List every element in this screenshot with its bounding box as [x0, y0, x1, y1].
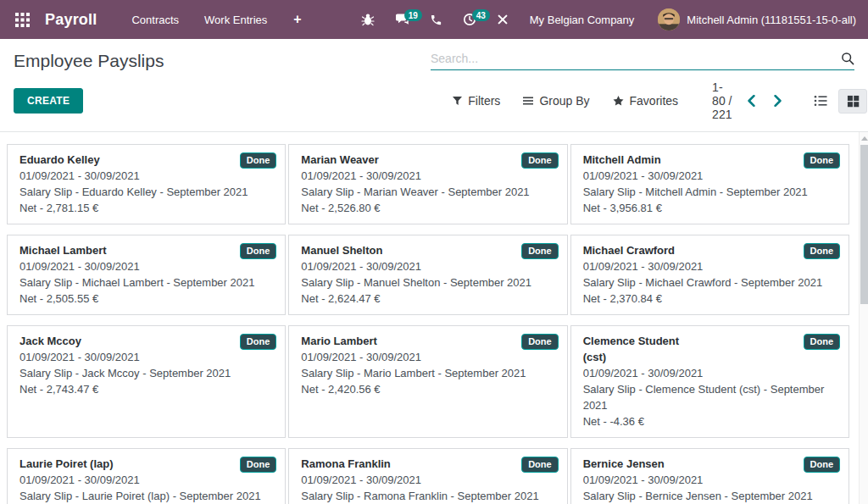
list-view-button[interactable] [806, 89, 835, 114]
phone-button[interactable] [422, 8, 450, 31]
payslip-card[interactable]: Ramona Franklin Done 01/09/2021 - 30/09/… [288, 448, 567, 504]
payslip-card[interactable]: Mario Lambert Done 01/09/2021 - 30/09/20… [288, 325, 567, 438]
payslip-card[interactable]: Mitchell Admin Done 01/09/2021 - 30/09/2… [570, 144, 849, 224]
payslip-card[interactable]: Eduardo Kelley Done 01/09/2021 - 30/09/2… [7, 144, 286, 224]
payslip-card[interactable]: Jack Mccoy Done 01/09/2021 - 30/09/2021 … [7, 325, 286, 438]
payslip-subject: Salary Slip - Clemence Student (cst) - S… [583, 381, 837, 413]
company-switcher[interactable]: My Belgian Company [516, 14, 652, 26]
search-box [431, 50, 854, 70]
view-switcher [806, 89, 868, 114]
status-badge: Done [240, 457, 277, 473]
status-badge: Done [521, 457, 559, 473]
payslip-subject: Salary Slip - Laurie Poiret (lap) - Sept… [19, 488, 273, 504]
status-badge: Done [240, 334, 277, 350]
status-badge: Done [240, 152, 277, 169]
payslip-period: 01/09/2021 - 30/09/2021 [19, 472, 273, 488]
search-icon[interactable] [841, 52, 854, 65]
kanban-view-button[interactable] [838, 89, 867, 114]
activities-count-badge: 43 [472, 9, 490, 21]
search-options: Filters Group By Favorites [453, 94, 678, 108]
pager-next-icon[interactable] [771, 93, 784, 108]
favorites-label: Favorites [630, 94, 679, 108]
payslip-employee-name: Bernice Jensen [583, 456, 837, 472]
payslip-employee-name: Clemence Student (cst) [583, 333, 837, 365]
payslip-employee-name: Marian Weaver [301, 152, 554, 168]
user-avatar [658, 8, 680, 30]
pager: 1-80 / 221 [712, 80, 784, 121]
payslip-net: Net - 2,743.47 € [19, 381, 273, 397]
payslip-card[interactable]: Marian Weaver Done 01/09/2021 - 30/09/20… [288, 144, 567, 224]
payslip-subject: Salary Slip - Michael Crawford - Septemb… [583, 274, 837, 291]
payslip-period: 01/09/2021 - 30/09/2021 [19, 168, 273, 184]
messages-count-badge: 19 [404, 9, 422, 21]
payslip-net: Net - 3,956.81 € [583, 200, 837, 216]
payslip-net: Net - 2,370.84 € [583, 291, 837, 307]
user-menu[interactable]: Mitchell Admin (11181551-15-0-all) [651, 8, 856, 30]
debug-bug-button[interactable] [353, 8, 382, 31]
payslip-period: 01/09/2021 - 30/09/2021 [301, 168, 554, 184]
payslip-card[interactable]: Michael Lambert Done 01/09/2021 - 30/09/… [7, 235, 286, 315]
scrollbar-up-arrow-icon[interactable] [860, 135, 868, 142]
payslip-card[interactable]: Bernice Jensen Done 01/09/2021 - 30/09/2… [570, 448, 849, 504]
payslip-period: 01/09/2021 - 30/09/2021 [19, 349, 273, 365]
status-badge: Done [240, 243, 277, 259]
scrollbar-thumb[interactable] [860, 145, 868, 304]
payslip-net: Net - 2,505.55 € [19, 291, 273, 307]
nav-item-contracts[interactable]: Contracts [119, 2, 192, 38]
payslip-period: 01/09/2021 - 30/09/2021 [583, 168, 837, 184]
payslip-employee-name: Eduardo Kelley [19, 152, 273, 168]
filter-icon [453, 97, 462, 105]
nav-item-work-entries[interactable]: Work Entries [192, 2, 280, 38]
app-name[interactable]: Payroll [45, 11, 97, 29]
group-by-button[interactable]: Group By [523, 94, 589, 108]
payslip-period: 01/09/2021 - 30/09/2021 [301, 258, 554, 274]
payslip-net: Net - 2,420.56 € [301, 381, 554, 397]
payslip-period: 01/09/2021 - 30/09/2021 [301, 349, 554, 365]
search-input[interactable] [431, 50, 841, 67]
status-badge: Done [804, 457, 841, 473]
activities-button[interactable]: 43 [455, 8, 484, 31]
create-button[interactable]: CREATE [14, 88, 83, 114]
kanban-view-icon [847, 95, 860, 108]
payslip-subject: Salary Slip - Eduardo Kelley - September… [19, 184, 273, 200]
payslip-period: 01/09/2021 - 30/09/2021 [19, 258, 273, 274]
status-badge: Done [804, 243, 841, 259]
nav-plus-menu[interactable]: + [280, 3, 314, 36]
status-badge: Done [521, 334, 559, 350]
group-by-icon [523, 97, 533, 105]
payslip-employee-name: Mario Lambert [301, 333, 554, 349]
payslip-card[interactable]: Michael Crawford Done 01/09/2021 - 30/09… [570, 235, 849, 315]
payslip-employee-name: Mitchell Admin [583, 152, 837, 168]
payslip-employee-name: Manuel Shelton [301, 242, 554, 258]
apps-menu-button[interactable] [8, 8, 36, 32]
payslip-subject: Salary Slip - Ramona Franklin - Septembe… [301, 488, 554, 504]
kanban-grid: Eduardo Kelley Done 01/09/2021 - 30/09/2… [0, 132, 868, 504]
page-title: Employee Payslips [14, 50, 164, 72]
filters-button[interactable]: Filters [453, 94, 500, 108]
apps-grid-icon [15, 13, 30, 27]
payslip-subject: Salary Slip - Jack Mccoy - September 202… [19, 365, 273, 381]
phone-icon [430, 14, 442, 26]
payslip-subject: Salary Slip - Manuel Shelton - September… [301, 274, 554, 291]
filters-label: Filters [468, 94, 500, 108]
status-badge: Done [804, 152, 841, 169]
tools-button[interactable] [489, 8, 516, 30]
payslip-net: Net - 2,526.80 € [301, 200, 554, 216]
tools-icon [497, 14, 509, 25]
payslip-net: Net - 2,781.15 € [19, 200, 273, 216]
pager-range[interactable]: 1-80 / 221 [712, 80, 732, 121]
messages-button[interactable]: 19 [387, 8, 417, 31]
payslip-employee-name: Laurie Poiret (lap) [19, 456, 273, 472]
top-navbar: Payroll Contracts Work Entries + [0, 0, 868, 39]
pager-previous-icon[interactable] [745, 93, 758, 108]
payslip-employee-name: Michael Crawford [583, 242, 837, 258]
list-view-icon [814, 94, 827, 108]
payslip-subject: Salary Slip - Mario Lambert - September … [301, 365, 554, 381]
favorites-button[interactable]: Favorites [613, 94, 679, 108]
payslip-subject: Salary Slip - Marian Weaver - September … [301, 184, 554, 200]
payslip-card[interactable]: Clemence Student (cst) Done 01/09/2021 -… [570, 325, 849, 438]
payslip-card[interactable]: Manuel Shelton Done 01/09/2021 - 30/09/2… [288, 235, 567, 315]
payslip-card[interactable]: Laurie Poiret (lap) Done 01/09/2021 - 30… [7, 448, 286, 504]
group-by-label: Group By [539, 94, 589, 108]
payslip-employee-name: Jack Mccoy [19, 333, 273, 349]
